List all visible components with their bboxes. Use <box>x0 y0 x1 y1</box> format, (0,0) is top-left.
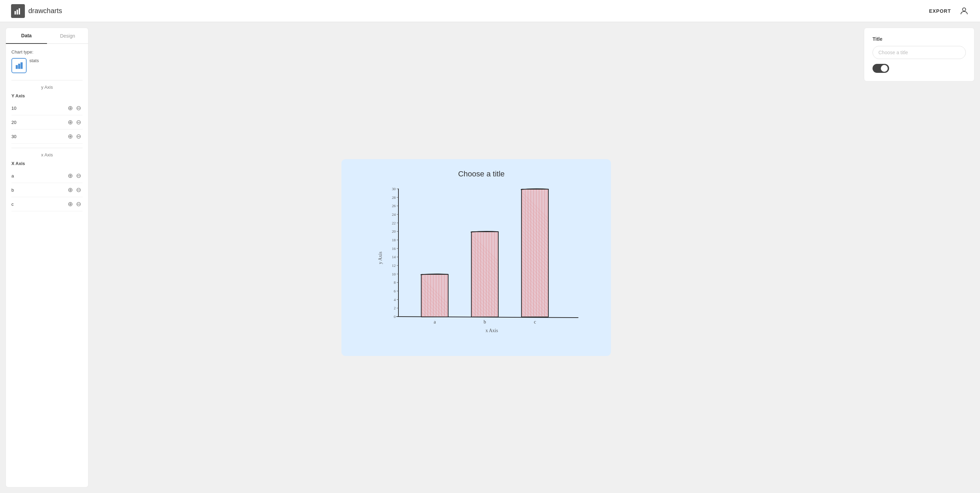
x-axis-section-title: x Axis <box>11 152 83 157</box>
x-axis-add-1[interactable]: ⊕ <box>66 186 74 194</box>
x-axis-row-1: b ⊕ ⊖ <box>11 183 83 197</box>
header-actions: EXPORT <box>929 6 969 16</box>
y-axis-remove-0[interactable]: ⊖ <box>74 104 83 112</box>
y-axis-remove-2[interactable]: ⊖ <box>74 132 83 141</box>
svg-rect-4 <box>16 65 18 69</box>
main-layout: Data Design Chart type: stats y Axis Y A… <box>0 22 980 493</box>
svg-text:14: 14 <box>392 255 396 259</box>
svg-text:10: 10 <box>392 272 396 276</box>
y-axis-add-2[interactable]: ⊕ <box>66 132 74 141</box>
x-axis-row-2: c ⊕ ⊖ <box>11 197 83 211</box>
y-axis-value-2: 30 <box>11 134 66 139</box>
chart-type-label: Chart type: <box>11 49 83 55</box>
svg-text:30: 30 <box>392 187 396 191</box>
svg-text:22: 22 <box>392 221 396 225</box>
svg-text:4: 4 <box>394 298 396 302</box>
svg-text:26: 26 <box>392 204 396 208</box>
logo-icon <box>11 4 25 18</box>
right-panel-title: Title <box>873 36 966 42</box>
svg-rect-2 <box>19 8 20 14</box>
y-axis-rows: 10 ⊕ ⊖ 20 ⊕ ⊖ 30 ⊕ ⊖ <box>11 101 83 144</box>
x-axis-remove-2[interactable]: ⊖ <box>74 200 83 208</box>
svg-rect-0 <box>14 11 16 14</box>
svg-text:c: c <box>534 319 536 325</box>
svg-text:12: 12 <box>392 263 396 268</box>
svg-text:18: 18 <box>392 238 396 242</box>
svg-text:b: b <box>484 319 486 325</box>
svg-text:6: 6 <box>394 289 396 293</box>
svg-text:20: 20 <box>392 229 396 233</box>
svg-text:2: 2 <box>394 306 396 310</box>
export-button[interactable]: EXPORT <box>929 8 951 14</box>
x-axis-value-1: b <box>11 187 66 193</box>
title-toggle[interactable] <box>873 64 889 73</box>
x-axis-rows: a ⊕ ⊖ b ⊕ ⊖ c ⊕ ⊖ <box>11 169 83 211</box>
title-input[interactable] <box>873 46 966 59</box>
y-axis-section-title: y Axis <box>11 85 83 90</box>
chart-type-options: stats <box>11 58 83 73</box>
x-axis-remove-1[interactable]: ⊖ <box>74 186 83 194</box>
divider-1 <box>11 80 83 81</box>
chart-container: Choose a title y Axis x Axis 02468101214… <box>341 159 611 356</box>
x-axis-header: X Axis <box>11 161 83 166</box>
x-axis-add-2[interactable]: ⊕ <box>66 200 74 208</box>
right-panel: Title <box>864 28 974 81</box>
y-axis-add-0[interactable]: ⊕ <box>66 104 74 112</box>
logo-text: drawcharts <box>28 7 62 15</box>
toggle-thumb <box>881 65 888 72</box>
y-axis-add-1[interactable]: ⊕ <box>66 118 74 126</box>
y-axis-remove-1[interactable]: ⊖ <box>74 118 83 126</box>
left-panel: Data Design Chart type: stats y Axis Y A… <box>6 28 89 487</box>
y-axis-row-1: 20 ⊕ ⊖ <box>11 115 83 130</box>
chart-title: Choose a title <box>362 170 601 179</box>
svg-text:0: 0 <box>394 314 396 319</box>
svg-point-3 <box>963 8 966 11</box>
y-axis-row-0: 10 ⊕ ⊖ <box>11 101 83 115</box>
app-header: drawcharts EXPORT <box>0 0 980 22</box>
y-axis-header: Y Axis <box>11 93 83 98</box>
svg-text:24: 24 <box>392 212 396 216</box>
tab-design[interactable]: Design <box>47 28 88 43</box>
svg-text:8: 8 <box>394 281 396 284</box>
panel-body: Chart type: stats y Axis Y Axis 10 ⊕ <box>6 44 88 217</box>
x-axis-remove-0[interactable]: ⊖ <box>74 171 83 180</box>
svg-text:y Axis: y Axis <box>378 252 383 264</box>
x-axis-row-0: a ⊕ ⊖ <box>11 169 83 183</box>
tab-data[interactable]: Data <box>6 28 47 44</box>
user-icon[interactable] <box>959 6 969 16</box>
chart-area: Choose a title y Axis x Axis 02468101214… <box>94 28 858 487</box>
svg-text:28: 28 <box>392 195 396 200</box>
svg-rect-6 <box>21 62 22 69</box>
logo: drawcharts <box>11 4 62 18</box>
y-axis-value-0: 10 <box>11 106 66 111</box>
x-axis-value-2: c <box>11 201 66 207</box>
divider-2 <box>11 148 83 148</box>
svg-text:a: a <box>434 319 436 325</box>
panel-tabs: Data Design <box>6 28 88 44</box>
chart-svg: y Axis x Axis 02468101214161820222426283… <box>362 182 601 334</box>
chart-type-name: stats <box>29 58 39 73</box>
svg-text:16: 16 <box>392 246 396 250</box>
svg-text:x Axis: x Axis <box>485 328 498 333</box>
x-axis-add-0[interactable]: ⊕ <box>66 171 74 180</box>
y-axis-row-2: 30 ⊕ ⊖ <box>11 130 83 144</box>
chart-type-bar-button[interactable] <box>11 58 27 73</box>
y-axis-value-1: 20 <box>11 120 66 125</box>
x-axis-value-0: a <box>11 173 66 179</box>
svg-rect-1 <box>17 10 18 14</box>
svg-rect-5 <box>18 64 20 69</box>
